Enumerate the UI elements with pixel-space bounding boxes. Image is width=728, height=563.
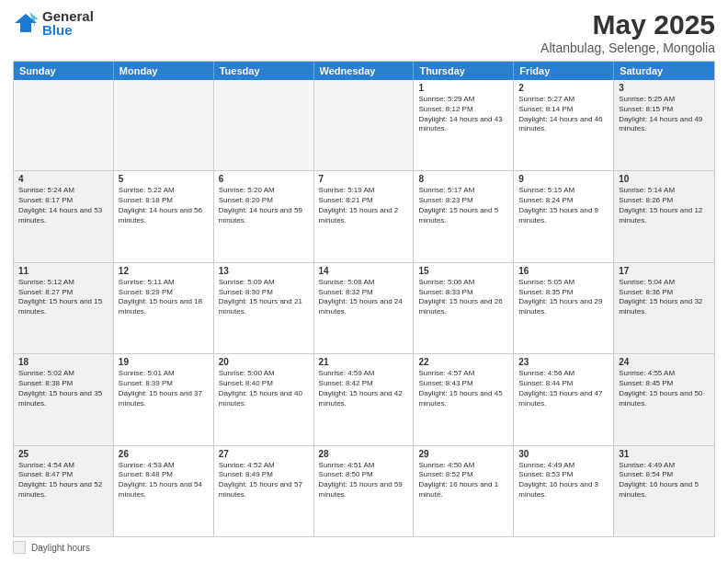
day-number: 1: [418, 83, 508, 93]
calendar-cell: 6Sunrise: 5:20 AMSunset: 8:20 PMDaylight…: [214, 171, 314, 261]
calendar-header-cell: Sunday: [14, 62, 114, 80]
day-info: Sunrise: 5:27 AMSunset: 8:14 PMDaylight:…: [518, 95, 602, 132]
calendar-cell: 28Sunrise: 4:51 AMSunset: 8:50 PMDayligh…: [314, 446, 415, 536]
day-number: 29: [418, 449, 508, 459]
calendar-cell: 21Sunrise: 4:59 AMSunset: 8:42 PMDayligh…: [314, 354, 415, 444]
calendar-header-cell: Friday: [514, 62, 614, 80]
title-block: May 2025 Altanbulag, Selenge, Mongolia: [540, 9, 715, 55]
subtitle: Altanbulag, Selenge, Mongolia: [540, 40, 715, 55]
header: General Blue May 2025 Altanbulag, Seleng…: [13, 9, 715, 55]
calendar-body: 1Sunrise: 5:29 AMSunset: 8:12 PMDaylight…: [14, 80, 714, 536]
day-number: 20: [219, 357, 309, 367]
calendar-cell: 11Sunrise: 5:12 AMSunset: 8:27 PMDayligh…: [14, 263, 114, 353]
day-number: 8: [418, 174, 508, 184]
day-info: Sunrise: 5:19 AMSunset: 8:21 PMDaylight:…: [319, 186, 399, 224]
calendar-cell: 4Sunrise: 5:24 AMSunset: 8:17 PMDaylight…: [14, 171, 114, 261]
calendar-cell: 12Sunrise: 5:11 AMSunset: 8:29 PMDayligh…: [114, 263, 214, 353]
calendar-cell: 1Sunrise: 5:29 AMSunset: 8:12 PMDaylight…: [414, 80, 514, 170]
calendar-week: 11Sunrise: 5:12 AMSunset: 8:27 PMDayligh…: [14, 263, 714, 354]
day-info: Sunrise: 5:06 AMSunset: 8:33 PMDaylight:…: [418, 278, 502, 316]
day-info: Sunrise: 4:50 AMSunset: 8:52 PMDaylight:…: [418, 461, 498, 499]
logo-blue: Blue: [42, 23, 94, 37]
day-number: 22: [418, 357, 508, 367]
calendar-cell: 23Sunrise: 4:56 AMSunset: 8:44 PMDayligh…: [514, 354, 614, 444]
day-number: 28: [319, 449, 409, 459]
calendar-header-cell: Saturday: [614, 62, 714, 80]
logo: General Blue: [13, 9, 94, 37]
day-number: 7: [319, 174, 409, 184]
day-number: 16: [518, 266, 609, 276]
day-number: 2: [518, 83, 609, 93]
day-info: Sunrise: 5:02 AMSunset: 8:38 PMDaylight:…: [18, 369, 102, 407]
day-info: Sunrise: 5:12 AMSunset: 8:27 PMDaylight:…: [18, 278, 102, 316]
day-number: 26: [119, 449, 209, 459]
day-info: Sunrise: 5:11 AMSunset: 8:29 PMDaylight:…: [119, 278, 202, 316]
calendar-header-cell: Wednesday: [314, 62, 415, 80]
calendar-cell: 5Sunrise: 5:22 AMSunset: 8:18 PMDaylight…: [114, 171, 214, 261]
footer: Daylight hours: [13, 541, 715, 554]
day-info: Sunrise: 4:49 AMSunset: 8:53 PMDaylight:…: [518, 461, 598, 499]
day-info: Sunrise: 5:05 AMSunset: 8:35 PMDaylight:…: [518, 278, 602, 316]
daylight-box: [13, 541, 26, 554]
calendar-header-row: SundayMondayTuesdayWednesdayThursdayFrid…: [14, 62, 714, 80]
day-info: Sunrise: 5:04 AMSunset: 8:36 PMDaylight:…: [619, 278, 702, 316]
day-number: 9: [518, 174, 609, 184]
daylight-label: Daylight hours: [31, 543, 90, 553]
calendar-cell: 19Sunrise: 5:01 AMSunset: 8:39 PMDayligh…: [114, 354, 214, 444]
calendar: SundayMondayTuesdayWednesdayThursdayFrid…: [13, 61, 715, 537]
calendar-cell: 22Sunrise: 4:57 AMSunset: 8:43 PMDayligh…: [414, 354, 514, 444]
calendar-cell: 17Sunrise: 5:04 AMSunset: 8:36 PMDayligh…: [614, 263, 714, 353]
day-number: 31: [619, 449, 710, 459]
day-number: 11: [18, 266, 108, 276]
day-info: Sunrise: 5:09 AMSunset: 8:30 PMDaylight:…: [219, 278, 302, 316]
calendar-cell: [314, 80, 415, 170]
day-info: Sunrise: 5:00 AMSunset: 8:40 PMDaylight:…: [219, 369, 302, 407]
day-number: 30: [518, 449, 609, 459]
calendar-cell: [214, 80, 314, 170]
calendar-cell: 18Sunrise: 5:02 AMSunset: 8:38 PMDayligh…: [14, 354, 114, 444]
day-number: 18: [18, 357, 108, 367]
day-info: Sunrise: 5:17 AMSunset: 8:23 PMDaylight:…: [418, 186, 498, 224]
day-info: Sunrise: 5:25 AMSunset: 8:15 PMDaylight:…: [619, 95, 702, 132]
calendar-week: 25Sunrise: 4:54 AMSunset: 8:47 PMDayligh…: [14, 446, 714, 536]
day-info: Sunrise: 4:49 AMSunset: 8:54 PMDaylight:…: [619, 461, 699, 499]
day-info: Sunrise: 5:01 AMSunset: 8:39 PMDaylight:…: [119, 369, 202, 407]
calendar-cell: 29Sunrise: 4:50 AMSunset: 8:52 PMDayligh…: [414, 446, 514, 536]
day-number: 15: [418, 266, 508, 276]
day-number: 23: [518, 357, 609, 367]
day-info: Sunrise: 4:53 AMSunset: 8:48 PMDaylight:…: [119, 461, 202, 499]
main-title: May 2025: [540, 9, 715, 40]
calendar-cell: 3Sunrise: 5:25 AMSunset: 8:15 PMDaylight…: [614, 80, 714, 170]
day-number: 17: [619, 266, 710, 276]
day-info: Sunrise: 4:52 AMSunset: 8:49 PMDaylight:…: [219, 461, 302, 499]
logo-icon: [13, 10, 39, 36]
calendar-header-cell: Thursday: [414, 62, 514, 80]
day-number: 24: [619, 357, 710, 367]
day-number: 5: [119, 174, 209, 184]
day-info: Sunrise: 5:08 AMSunset: 8:32 PMDaylight:…: [319, 278, 403, 316]
day-info: Sunrise: 4:56 AMSunset: 8:44 PMDaylight:…: [518, 369, 602, 407]
day-info: Sunrise: 4:54 AMSunset: 8:47 PMDaylight:…: [18, 461, 102, 499]
page: General Blue May 2025 Altanbulag, Seleng…: [0, 0, 728, 563]
calendar-cell: 2Sunrise: 5:27 AMSunset: 8:14 PMDaylight…: [514, 80, 614, 170]
calendar-cell: 27Sunrise: 4:52 AMSunset: 8:49 PMDayligh…: [214, 446, 314, 536]
calendar-week: 4Sunrise: 5:24 AMSunset: 8:17 PMDaylight…: [14, 171, 714, 262]
calendar-cell: 20Sunrise: 5:00 AMSunset: 8:40 PMDayligh…: [214, 354, 314, 444]
day-number: 25: [18, 449, 108, 459]
logo-text: General Blue: [42, 9, 94, 37]
calendar-cell: 25Sunrise: 4:54 AMSunset: 8:47 PMDayligh…: [14, 446, 114, 536]
calendar-cell: 31Sunrise: 4:49 AMSunset: 8:54 PMDayligh…: [614, 446, 714, 536]
calendar-cell: [14, 80, 114, 170]
day-number: 27: [219, 449, 309, 459]
day-info: Sunrise: 4:51 AMSunset: 8:50 PMDaylight:…: [319, 461, 403, 499]
calendar-cell: 16Sunrise: 5:05 AMSunset: 8:35 PMDayligh…: [514, 263, 614, 353]
calendar-cell: 13Sunrise: 5:09 AMSunset: 8:30 PMDayligh…: [214, 263, 314, 353]
calendar-cell: [114, 80, 214, 170]
calendar-cell: 24Sunrise: 4:55 AMSunset: 8:45 PMDayligh…: [614, 354, 714, 444]
calendar-cell: 7Sunrise: 5:19 AMSunset: 8:21 PMDaylight…: [314, 171, 415, 261]
calendar-cell: 9Sunrise: 5:15 AMSunset: 8:24 PMDaylight…: [514, 171, 614, 261]
day-info: Sunrise: 5:14 AMSunset: 8:26 PMDaylight:…: [619, 186, 702, 224]
day-number: 21: [319, 357, 409, 367]
day-info: Sunrise: 5:24 AMSunset: 8:17 PMDaylight:…: [18, 186, 102, 224]
day-info: Sunrise: 4:59 AMSunset: 8:42 PMDaylight:…: [319, 369, 403, 407]
